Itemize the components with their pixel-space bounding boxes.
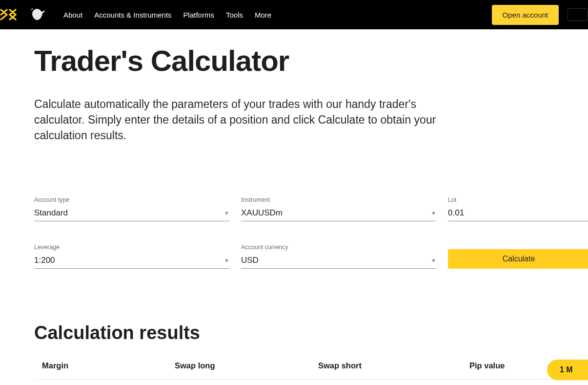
header-margin: Margin xyxy=(42,361,175,370)
account-type-field: Account type Standard ▼ xyxy=(34,196,229,221)
account-type-value: Standard xyxy=(34,208,68,218)
instrument-select[interactable]: XAUUSDm ▼ xyxy=(241,206,436,221)
chevron-down-icon: ▼ xyxy=(431,257,436,263)
account-currency-value: USD xyxy=(241,256,259,265)
lot-input[interactable] xyxy=(448,208,588,218)
leverage-select[interactable]: 1:200 ▼ xyxy=(34,254,229,269)
leverage-value: 1:200 xyxy=(34,256,55,265)
account-currency-label: Account currency xyxy=(241,244,436,251)
nav-link-about[interactable]: About xyxy=(63,11,82,19)
instrument-label: Instrument xyxy=(241,196,436,203)
instrument-field: Instrument XAUUSDm ▼ xyxy=(241,196,436,221)
lot-label: Lot xyxy=(448,196,588,203)
main-content: Trader's Calculator Calculate automatica… xyxy=(0,44,588,385)
header-swap-short: Swap short xyxy=(318,361,469,370)
brand-logo-icon[interactable] xyxy=(0,8,21,21)
chevron-down-icon: ▼ xyxy=(224,257,229,263)
open-account-button[interactable]: Open account xyxy=(492,5,559,25)
nav-link-more[interactable]: More xyxy=(255,11,271,19)
nav-link-platforms[interactable]: Platforms xyxy=(183,11,214,19)
chevron-down-icon: ▼ xyxy=(224,210,229,216)
navbar-left: About Accounts & Instruments Platforms T… xyxy=(0,6,271,23)
navbar-right: Open account xyxy=(492,5,588,25)
header-swap-long: Swap long xyxy=(175,361,318,370)
lot-input-wrap xyxy=(448,206,588,221)
dove-icon xyxy=(28,6,46,23)
account-type-select[interactable]: Standard ▼ xyxy=(34,206,229,221)
page-description: Calculate automatically the parameters o… xyxy=(34,96,439,144)
floating-promo-pill[interactable]: 1 M xyxy=(547,360,588,380)
secondary-nav-button[interactable] xyxy=(568,8,588,21)
calculate-button[interactable]: Calculate xyxy=(448,249,588,269)
results-title: Calculation results xyxy=(34,322,554,343)
leverage-label: Leverage xyxy=(34,244,229,251)
calculator-form: Account type Standard ▼ Instrument XAUUS… xyxy=(34,196,554,269)
nav-link-tools[interactable]: Tools xyxy=(226,11,243,19)
nav-links: About Accounts & Instruments Platforms T… xyxy=(63,11,271,19)
account-currency-field: Account currency USD ▼ xyxy=(241,244,436,269)
results-data-row: 9.15 USD 0.00 USD 0.00 USD 0.010000 USD xyxy=(34,380,554,385)
header-pip-value: Pip value xyxy=(469,361,546,370)
lot-field: Lot xyxy=(448,196,588,221)
instrument-value: XAUUSDm xyxy=(241,208,283,218)
chevron-down-icon: ▼ xyxy=(431,210,436,216)
top-navbar: About Accounts & Instruments Platforms T… xyxy=(0,0,588,29)
nav-link-accounts[interactable]: Accounts & Instruments xyxy=(94,11,171,19)
page-title: Trader's Calculator xyxy=(34,44,554,78)
results-header-row: Margin Swap long Swap short Pip value xyxy=(34,352,554,380)
account-currency-select[interactable]: USD ▼ xyxy=(241,254,436,269)
results-table: Margin Swap long Swap short Pip value 9.… xyxy=(34,352,554,385)
account-type-label: Account type xyxy=(34,196,229,203)
leverage-field: Leverage 1:200 ▼ xyxy=(34,244,229,269)
